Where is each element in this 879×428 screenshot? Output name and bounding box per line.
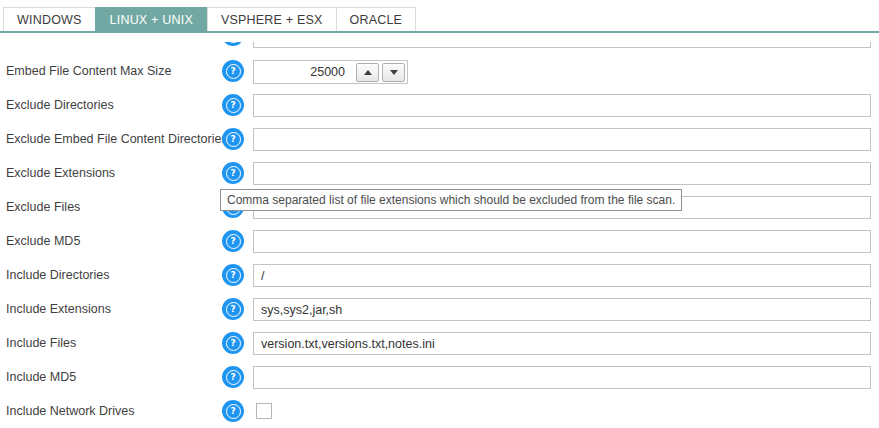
field-label: Embed File Content Max Size <box>6 60 171 83</box>
form-row: Exclude MD5 ? <box>0 230 879 254</box>
question-mark-icon: ? <box>226 234 241 249</box>
clipped-field-input[interactable] <box>253 42 871 48</box>
form-scroll-area: ? Embed File Content Max Size ? Exclude … <box>0 42 879 428</box>
field-label: Exclude Embed File Content Directories <box>6 128 228 151</box>
help-icon[interactable]: ? <box>222 128 244 150</box>
arrow-down-icon <box>390 70 398 75</box>
include-network-drives-checkbox[interactable] <box>256 403 272 419</box>
field-label: Exclude MD5 <box>6 230 80 253</box>
field-label: Include Directories <box>6 264 110 287</box>
form-row: Include Directories ? <box>0 264 879 288</box>
tab-linux-unix[interactable]: LINUX + UNIX <box>95 7 208 31</box>
question-mark-icon: ? <box>226 404 241 419</box>
question-mark-icon: ? <box>226 98 241 113</box>
field-label: Include Extensions <box>6 298 111 321</box>
tab-windows[interactable]: WINDOWS <box>3 7 96 31</box>
tab-vsphere-esx[interactable]: VSPHERE + ESX <box>207 7 337 31</box>
question-mark-icon: ? <box>226 302 241 317</box>
question-mark-icon: ? <box>226 370 241 385</box>
help-icon[interactable]: ? <box>222 162 244 184</box>
help-icon[interactable]: ? <box>222 264 244 286</box>
question-mark-icon: ? <box>226 64 241 79</box>
include-extensions-input[interactable] <box>253 298 871 321</box>
exclude-directories-input[interactable] <box>253 94 871 117</box>
form-row: Exclude Directories ? <box>0 94 879 118</box>
question-mark-icon: ? <box>226 336 241 351</box>
question-mark-icon: ? <box>226 166 241 181</box>
question-mark-icon: ? <box>226 42 241 43</box>
tab-bar: WINDOWS LINUX + UNIX VSPHERE + ESX ORACL… <box>0 0 879 33</box>
exclude-extensions-input[interactable] <box>253 162 871 185</box>
field-label: Include Network Drives <box>6 400 135 423</box>
field-label: Include Files <box>6 332 76 355</box>
help-icon[interactable]: ? <box>222 298 244 320</box>
help-icon[interactable]: ? <box>222 42 244 46</box>
tab-oracle[interactable]: ORACLE <box>336 7 417 31</box>
form-row-clipped: ? <box>0 42 879 49</box>
spinner-down-button[interactable] <box>382 63 405 82</box>
field-label: Exclude Extensions <box>6 162 115 185</box>
settings-page: { "tabs": { "items": [ {"label": "WINDOW… <box>0 0 879 428</box>
field-label: Include MD5 <box>6 366 76 389</box>
field-label: Exclude Directories <box>6 94 114 117</box>
help-icon[interactable]: ? <box>222 60 244 82</box>
help-icon[interactable]: ? <box>222 400 244 422</box>
number-spinner <box>253 60 408 84</box>
form-row: Include Files ? <box>0 332 879 356</box>
embed-file-content-max-size-input[interactable] <box>254 61 353 83</box>
form-row: Embed File Content Max Size ? <box>0 60 879 84</box>
exclude-embed-file-content-directories-input[interactable] <box>253 128 871 151</box>
help-icon[interactable]: ? <box>222 94 244 116</box>
include-directories-input[interactable] <box>253 264 871 287</box>
question-mark-icon: ? <box>226 132 241 147</box>
form-row: Exclude Embed File Content Directories ? <box>0 128 879 152</box>
include-files-input[interactable] <box>253 332 871 355</box>
form-row: Exclude Extensions ? <box>0 162 879 186</box>
tooltip: Comma separated list of file extensions … <box>220 189 682 211</box>
help-icon[interactable]: ? <box>222 230 244 252</box>
question-mark-icon: ? <box>226 268 241 283</box>
exclude-md5-input[interactable] <box>253 230 871 253</box>
form-row: Include Network Drives ? <box>0 400 879 424</box>
help-icon[interactable]: ? <box>222 332 244 354</box>
field-label: Exclude Files <box>6 196 80 219</box>
arrow-up-icon <box>364 70 372 75</box>
spinner-up-button[interactable] <box>356 63 379 82</box>
form-row: Include Extensions ? <box>0 298 879 322</box>
include-md5-input[interactable] <box>253 366 871 389</box>
help-icon[interactable]: ? <box>222 366 244 388</box>
form-row: Include MD5 ? <box>0 366 879 390</box>
